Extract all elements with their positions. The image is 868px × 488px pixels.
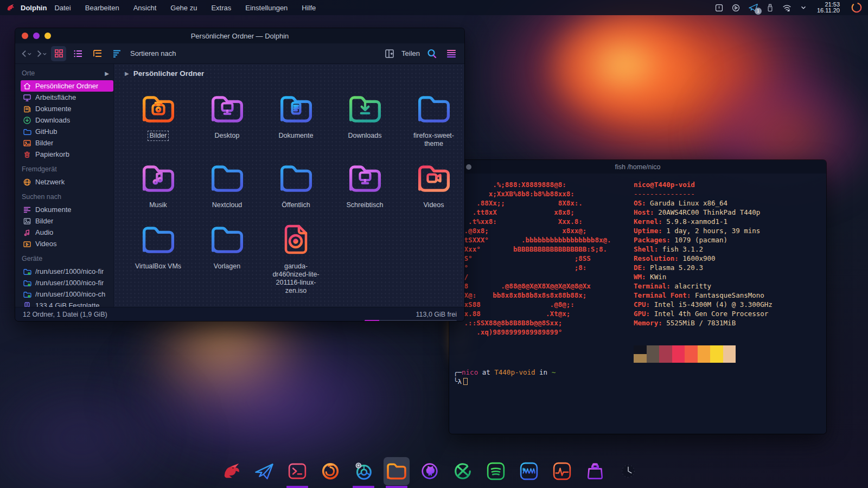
green-x-app-icon[interactable] bbox=[450, 457, 476, 485]
terminal-content[interactable]: .%;888:X8889888@8: x;XxXB%8b8:b8%b88xx8:… bbox=[449, 174, 826, 434]
menu-ansicht[interactable]: Ansicht bbox=[133, 4, 157, 12]
hamburger-menu-icon[interactable] bbox=[444, 46, 459, 61]
waveform-app-icon[interactable] bbox=[516, 457, 542, 485]
wifi-network-icon[interactable] bbox=[782, 3, 792, 12]
breadcrumb[interactable]: ▶ Persönlicher Ordner bbox=[114, 64, 464, 78]
sidebar-item-audio[interactable]: Audio bbox=[21, 227, 113, 238]
folder-firefox-sweet-theme[interactable]: firefox-sweet-theme bbox=[399, 88, 464, 149]
dock-item-garuda-menu[interactable] bbox=[218, 457, 244, 488]
sidebar-item-videos[interactable]: Videos bbox=[21, 238, 113, 249]
folder--ffentlich[interactable]: Öffentlich bbox=[261, 157, 330, 210]
sidebar-item--run-user-1000-nico-fir[interactable]: /run/user/1000/nico-fir bbox=[21, 266, 113, 277]
netfolder-icon bbox=[23, 279, 31, 287]
sidebar-item-papierkorb[interactable]: Papierkorb bbox=[21, 149, 113, 160]
sidebar-item--run-user-1000-nico-fir[interactable]: /run/user/1000/nico-fir bbox=[21, 277, 113, 288]
dock-item-system-monitor[interactable] bbox=[549, 457, 575, 488]
menu-hilfe[interactable]: Hilfe bbox=[302, 4, 316, 12]
dock-running-indicator bbox=[286, 486, 308, 488]
sort-by-label[interactable]: Sortieren nach bbox=[130, 49, 176, 57]
dock-item-chromium[interactable] bbox=[350, 457, 376, 488]
maximize-button[interactable] bbox=[44, 33, 51, 39]
dolphin-titlebar[interactable]: Persönlicher Ordner — Dolphin bbox=[15, 28, 464, 43]
dock-item-firefox[interactable] bbox=[317, 457, 343, 488]
github-icon[interactable] bbox=[417, 457, 443, 485]
garuda-menu-icon[interactable] bbox=[218, 457, 244, 485]
dock-item-software-center[interactable] bbox=[582, 457, 608, 488]
folder-vorlagen[interactable]: Vorlagen bbox=[193, 219, 261, 296]
dock-item-waveform-app[interactable] bbox=[516, 457, 542, 488]
menu-bearbeiten[interactable]: Bearbeiten bbox=[85, 4, 119, 12]
clock-widget-icon[interactable] bbox=[615, 457, 641, 485]
dock-item-spotify[interactable] bbox=[483, 457, 509, 488]
sidebar-item-github[interactable]: GitHub bbox=[21, 126, 113, 137]
notification-icon[interactable] bbox=[714, 3, 724, 12]
digital-clock[interactable]: 21:53 16.11.20 bbox=[817, 2, 840, 14]
close-button[interactable] bbox=[22, 33, 28, 39]
system-monitor-icon[interactable] bbox=[549, 457, 575, 485]
sidebar-item-bilder[interactable]: Bilder bbox=[21, 137, 113, 149]
split-view-icon[interactable] bbox=[382, 46, 397, 61]
software-center-icon[interactable] bbox=[582, 457, 608, 485]
sidebar-item-label: /run/user/1000/nico-ch bbox=[35, 290, 105, 298]
dock-item-telegram[interactable] bbox=[251, 457, 277, 488]
folder-musik[interactable]: Musik bbox=[124, 157, 193, 210]
sort-icon[interactable] bbox=[110, 46, 125, 61]
sidebar-item-netzwerk[interactable]: Netzwerk bbox=[21, 176, 113, 188]
sidebar-item-dokumente[interactable]: Dokumente bbox=[21, 103, 113, 114]
dock-item-terminal-app[interactable] bbox=[284, 457, 310, 488]
power-button-icon[interactable] bbox=[851, 2, 863, 14]
terminal-titlebar[interactable]: fish /home/nico bbox=[449, 160, 826, 174]
dock-item-dolphin-files[interactable] bbox=[384, 457, 410, 488]
folder-nextcloud[interactable]: Nextcloud bbox=[193, 157, 261, 210]
menu-gehe-zu[interactable]: Gehe zu bbox=[170, 4, 197, 12]
sidebar-collapse-arrow-icon[interactable]: ▶ bbox=[105, 70, 109, 76]
sidebar-item-133-4-gib-festplatte[interactable]: 133,4 GiB Festplatte bbox=[21, 300, 113, 307]
menu-extras[interactable]: Extras bbox=[211, 4, 231, 12]
usb-device-icon[interactable] bbox=[766, 3, 774, 12]
dock-item-clock-widget[interactable] bbox=[615, 457, 641, 488]
spotify-icon[interactable] bbox=[483, 457, 509, 485]
search-icon[interactable] bbox=[424, 46, 439, 61]
sidebar-item-arbeitsfl-che[interactable]: Arbeitsfläche bbox=[21, 92, 113, 103]
minimize-button[interactable] bbox=[33, 33, 40, 39]
firefox-icon[interactable] bbox=[317, 457, 343, 485]
wallpaper-violet-blob bbox=[119, 325, 423, 477]
tree-view-button[interactable] bbox=[90, 46, 105, 61]
file-garuda-dr460nized-lite-201116-linux-zen-iso[interactable]: garuda-​dr460nized-​lite-​201116-​linux-… bbox=[261, 219, 330, 296]
sidebar-item-downloads[interactable]: Downloads bbox=[21, 114, 113, 126]
sidebar-item-pers-nlicher-ordner[interactable]: Persönlicher Ordner bbox=[21, 80, 113, 92]
menu-einstellungen[interactable]: Einstellungen bbox=[245, 4, 288, 12]
lines-icon bbox=[23, 206, 31, 214]
terminal-window-button[interactable] bbox=[466, 164, 471, 170]
folder-desktop[interactable]: Desktop bbox=[193, 88, 261, 149]
icon-view-button[interactable] bbox=[51, 46, 66, 61]
dock-item-green-x-app[interactable] bbox=[450, 457, 476, 488]
sidebar-item-dokumente[interactable]: Dokumente bbox=[21, 204, 113, 215]
forward-button-icon[interactable] bbox=[36, 49, 47, 58]
sidebar-item--run-user-1000-nico-ch[interactable]: /run/user/1000/nico-ch bbox=[21, 288, 113, 300]
folder-downloads[interactable]: Downloads bbox=[330, 88, 399, 149]
folder-view[interactable]: ▶ Persönlicher Ordner BilderDesktopDokum… bbox=[114, 64, 464, 307]
telegram-icon[interactable] bbox=[251, 457, 277, 485]
folder-icon bbox=[413, 157, 455, 200]
menu-datei[interactable]: Datei bbox=[54, 4, 71, 12]
breadcrumb-location[interactable]: Persönlicher Ordner bbox=[133, 69, 205, 78]
netfolder-icon bbox=[23, 290, 31, 299]
folder-videos[interactable]: Videos bbox=[399, 157, 464, 210]
folder-bilder[interactable]: Bilder bbox=[124, 88, 193, 149]
terminal-app-icon[interactable] bbox=[284, 457, 310, 485]
media-player-icon[interactable] bbox=[731, 3, 741, 12]
back-button-icon[interactable] bbox=[21, 49, 31, 58]
dock-item-github[interactable] bbox=[417, 457, 443, 488]
telegram-tray-icon[interactable]: 1 bbox=[748, 3, 758, 12]
sidebar-item-bilder[interactable]: Bilder bbox=[21, 215, 113, 227]
folder-virtualbox-vms[interactable]: VirtualBox VMs bbox=[124, 219, 193, 296]
folder-dokumente[interactable]: Dokumente bbox=[261, 88, 330, 149]
chromium-icon[interactable] bbox=[350, 457, 376, 485]
dolphin-files-icon[interactable] bbox=[384, 457, 410, 485]
folder-schreibtisch[interactable]: Schreibtisch bbox=[330, 157, 399, 210]
dock-running-indicator bbox=[419, 486, 441, 488]
tray-expand-chevron-icon[interactable] bbox=[800, 4, 807, 11]
split-view-label[interactable]: Teilen bbox=[401, 49, 420, 57]
detail-view-button[interactable] bbox=[71, 46, 86, 61]
